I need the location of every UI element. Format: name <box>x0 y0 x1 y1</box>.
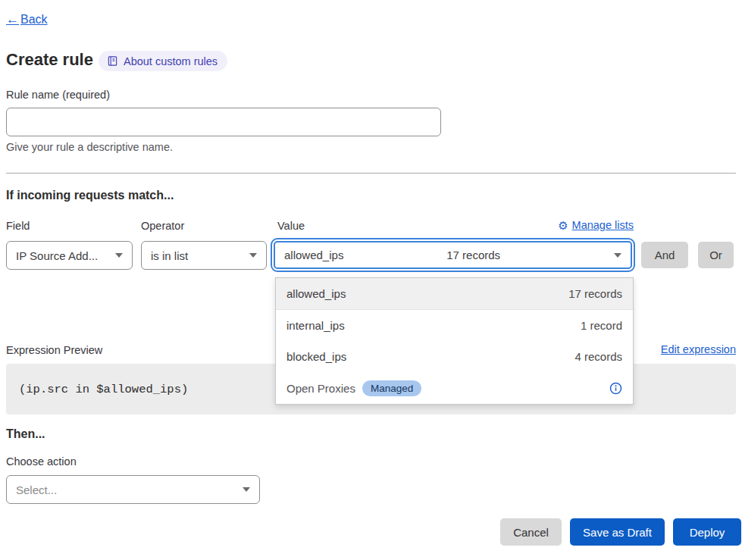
cancel-button[interactable]: Cancel <box>500 518 562 546</box>
back-arrow-icon: ← <box>6 12 19 27</box>
list-option-internal-ips[interactable]: internal_ips 1 record <box>276 310 633 342</box>
back-link[interactable]: ←Back <box>6 12 48 27</box>
section-divider <box>6 173 736 174</box>
value-dropdown-menu: allowed_ips 17 records internal_ips 1 re… <box>275 277 634 405</box>
expression-code: (ip.src in $allowed_ips) <box>6 383 188 396</box>
chevron-down-icon <box>614 253 621 258</box>
expression-preview-label: Expression Preview <box>6 344 102 356</box>
value-select-record-count: 17 records <box>446 249 500 261</box>
about-custom-rules-label: About custom rules <box>124 55 218 67</box>
chevron-down-icon <box>249 253 257 258</box>
match-section-heading: If incoming requests match... <box>6 189 174 202</box>
manage-lists-link[interactable]: ⚙ Manage lists <box>558 219 634 231</box>
operator-select-value: is in list <box>151 249 188 262</box>
chevron-down-icon <box>115 253 123 258</box>
operator-label: Operator <box>141 220 184 232</box>
edit-expression-link[interactable]: Edit expression <box>661 343 736 355</box>
managed-badge: Managed <box>362 380 421 396</box>
or-button[interactable]: Or <box>698 242 734 268</box>
info-icon[interactable] <box>609 382 622 395</box>
rule-name-helper-text: Give your rule a descriptive name. <box>6 141 173 153</box>
rule-name-label: Rule name (required) <box>6 89 110 101</box>
deploy-button[interactable]: Deploy <box>673 518 741 546</box>
value-select-value: allowed_ips <box>284 249 343 261</box>
list-option-blocked-ips[interactable]: blocked_ips 4 records <box>276 341 633 373</box>
action-select[interactable]: Select... <box>6 475 260 504</box>
operator-select[interactable]: is in list <box>141 241 267 270</box>
and-button[interactable]: And <box>641 242 688 268</box>
about-custom-rules-link[interactable]: About custom rules <box>99 51 227 71</box>
value-label: Value <box>277 220 305 232</box>
then-section-heading: Then... <box>6 427 45 441</box>
page-title: Create rule <box>6 50 93 70</box>
book-icon <box>107 55 118 67</box>
back-link-label: Back <box>20 13 48 27</box>
field-select-value: IP Source Add... <box>16 249 98 262</box>
save-as-draft-button[interactable]: Save as Draft <box>570 518 665 546</box>
manage-lists-label: Manage lists <box>572 219 634 231</box>
choose-action-label: Choose action <box>6 455 77 468</box>
rule-name-input[interactable] <box>6 108 441 136</box>
value-select[interactable]: allowed_ips 17 records <box>271 238 635 272</box>
action-select-placeholder: Select... <box>16 483 57 496</box>
field-select[interactable]: IP Source Add... <box>6 241 133 270</box>
field-label: Field <box>6 220 30 232</box>
list-option-open-proxies[interactable]: Open Proxies Managed <box>276 373 633 405</box>
list-option-allowed-ips[interactable]: allowed_ips 17 records <box>276 278 633 310</box>
chevron-down-icon <box>243 487 250 492</box>
gear-icon: ⚙ <box>558 220 568 231</box>
